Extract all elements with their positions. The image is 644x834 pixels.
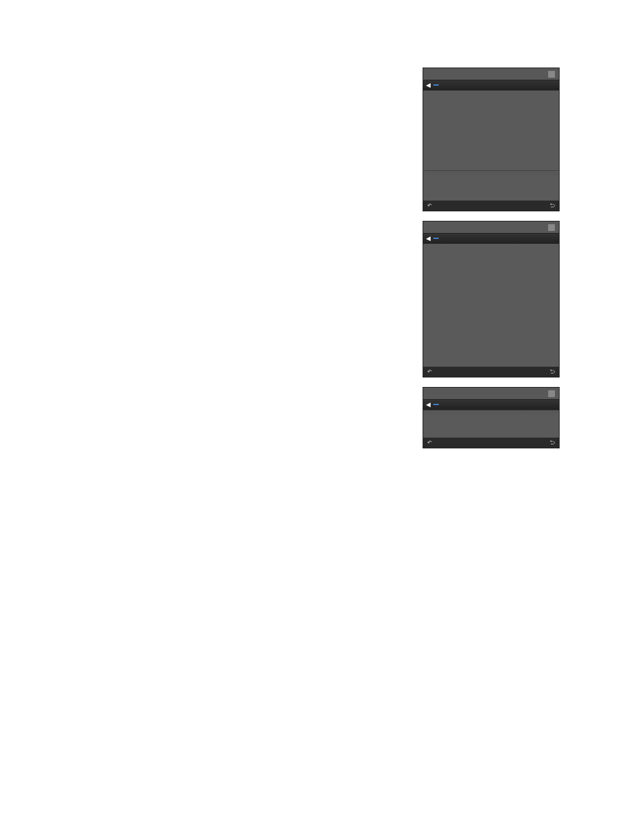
osd-breadcrumb: ◀ — [423, 233, 559, 244]
return-icon: ↶ — [427, 203, 432, 209]
osd-last: ↶ — [427, 440, 432, 446]
home-icon — [548, 224, 555, 231]
home-icon — [548, 71, 555, 78]
osd-exit: ⮌ — [549, 203, 555, 209]
osd-breadcrumb: ◀ — [423, 80, 559, 90]
osd-hint — [423, 170, 559, 175]
return-icon: ↶ — [427, 440, 432, 446]
osd-panel-custom: ◀ ↶ ⮌ — [423, 387, 560, 448]
osd-panel-picture-mode: ◀ ↶ ⮌ — [423, 221, 560, 377]
return-icon: ↶ — [427, 369, 432, 375]
breadcrumb-label — [433, 238, 439, 239]
osd-last: ↶ — [427, 203, 432, 209]
exit-icon: ⮌ — [549, 203, 555, 209]
osd-exit: ⮌ — [549, 369, 555, 375]
osd-column: ◀ ↶ ⮌ ◀ — [423, 68, 560, 448]
back-arrow-icon: ◀ — [426, 235, 431, 242]
page-footer — [74, 792, 570, 795]
back-arrow-icon: ◀ — [426, 401, 431, 408]
home-icon — [548, 390, 555, 397]
osd-exit: ⮌ — [549, 440, 555, 446]
osd-last: ↶ — [427, 369, 432, 375]
exit-icon: ⮌ — [549, 440, 555, 446]
osd-hint — [423, 410, 559, 415]
breadcrumb-label — [433, 404, 439, 405]
breadcrumb-label — [433, 84, 439, 86]
osd-panel-picture: ◀ ↶ ⮌ — [423, 68, 560, 211]
back-arrow-icon: ◀ — [426, 82, 431, 88]
main-text-column — [74, 68, 410, 448]
osd-breadcrumb: ◀ — [423, 399, 559, 410]
exit-icon: ⮌ — [549, 369, 555, 375]
